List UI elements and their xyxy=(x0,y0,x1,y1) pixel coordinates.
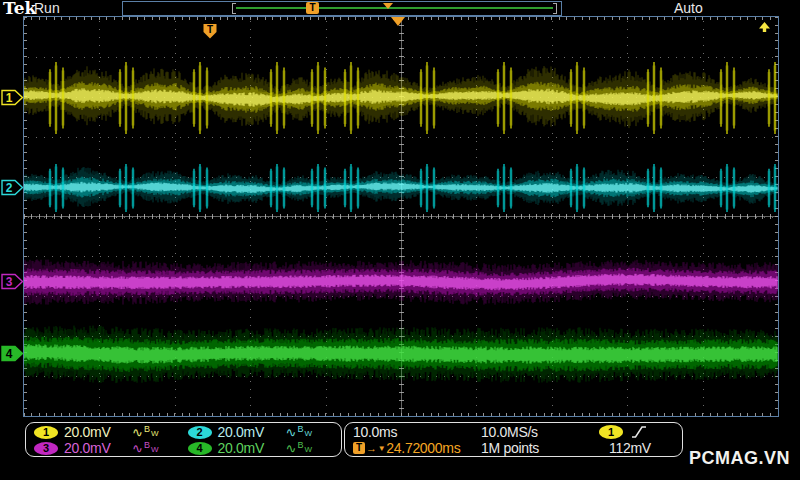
channel-2-position-marker[interactable]: 2 xyxy=(1,179,24,196)
trigger-point-flag-icon[interactable]: T xyxy=(202,23,218,40)
channel-1-position-marker[interactable]: 1 xyxy=(1,89,24,106)
trigger-source-badge[interactable]: 1 xyxy=(599,425,623,439)
waveform-display-area[interactable]: T xyxy=(23,16,779,417)
bandwidth-limit-icon: B xyxy=(297,424,303,434)
channel-2-badge[interactable]: 2 xyxy=(188,426,212,439)
channel-3-readout[interactable]: 3 20.0mV ∿BW xyxy=(30,440,184,456)
trigger-mode-status[interactable]: Auto xyxy=(674,0,703,16)
channel-3-position-marker[interactable]: 3 xyxy=(1,273,24,290)
bandwidth-limit-icon-sub: W xyxy=(151,445,159,454)
svg-text:1: 1 xyxy=(6,91,13,105)
bandwidth-limit-icon: B xyxy=(297,440,303,450)
trigger-level[interactable]: 112mV xyxy=(599,440,680,456)
svg-text:3: 3 xyxy=(6,275,13,289)
acquisition-status[interactable]: Run xyxy=(34,0,60,16)
trigger-delay-cell[interactable]: T→▼24.72000ms xyxy=(353,440,481,456)
trigger-source-cell[interactable]: 1 xyxy=(599,425,680,439)
delay-trigger-icon: T xyxy=(353,442,365,454)
svg-text:4: 4 xyxy=(6,347,13,361)
ac-coupling-icon: ∿ xyxy=(132,441,143,456)
pcmag-watermark: PCMAG.VN xyxy=(689,448,790,469)
svg-text:2: 2 xyxy=(6,181,13,195)
channel-3-badge[interactable]: 3 xyxy=(34,442,58,455)
record-waveform-line xyxy=(236,7,553,9)
trigger-position-arrow-icon[interactable] xyxy=(391,17,405,26)
delay-triangle-icon: ▼ xyxy=(378,444,386,453)
channel-1-readout[interactable]: 1 20.0mV ∿BW xyxy=(30,424,184,440)
waveform-canvas xyxy=(24,17,778,416)
rising-edge-slope-icon xyxy=(631,425,647,439)
channel-readout-box[interactable]: 1 20.0mV ∿BW 2 20.0mV ∿BW 3 20.0mV ∿BW 4… xyxy=(25,422,342,457)
channel-4-readout[interactable]: 4 20.0mV ∿BW xyxy=(184,440,338,456)
channel-1-badge[interactable]: 1 xyxy=(34,426,58,439)
record-trigger-marker-icon[interactable]: T xyxy=(306,2,319,14)
delay-arrow-icon: → xyxy=(366,442,377,454)
oscilloscope-screen: Tek Run T Auto T 1 2 3 4 1 20.0mV xyxy=(0,0,800,480)
horizontal-scale[interactable]: 10.0ms xyxy=(353,424,481,440)
trigger-level-clamped-arrow-icon[interactable] xyxy=(758,18,771,36)
channel-4-coupling-icons: ∿BW xyxy=(286,441,312,456)
channel-4-badge[interactable]: 4 xyxy=(188,442,212,455)
channel-2-scale: 20.0mV xyxy=(218,424,280,440)
bandwidth-limit-icon-sub: W xyxy=(151,429,159,438)
record-view-bar[interactable]: T xyxy=(122,1,562,16)
ac-coupling-icon: ∿ xyxy=(286,441,297,456)
channel-1-coupling-icons: ∿BW xyxy=(132,425,158,440)
record-center-marker-icon xyxy=(383,3,393,9)
ac-coupling-icon: ∿ xyxy=(286,425,297,440)
channel-3-coupling-icons: ∿BW xyxy=(132,441,158,456)
channel-1-scale: 20.0mV xyxy=(64,424,126,440)
bandwidth-limit-icon-sub: W xyxy=(304,445,312,454)
channel-3-scale: 20.0mV xyxy=(64,440,126,456)
bandwidth-limit-icon: B xyxy=(144,440,150,450)
ac-coupling-icon: ∿ xyxy=(132,425,143,440)
bandwidth-limit-icon: B xyxy=(144,424,150,434)
record-window-right-bracket xyxy=(553,3,557,14)
channel-4-position-marker[interactable]: 4 xyxy=(1,345,24,362)
channel-2-readout[interactable]: 2 20.0mV ∿BW xyxy=(184,424,338,440)
channel-4-scale: 20.0mV xyxy=(218,440,280,456)
sample-rate: 10.0MS/s xyxy=(481,424,599,440)
bandwidth-limit-icon-sub: W xyxy=(304,429,312,438)
trigger-delay-value: 24.72000ms xyxy=(386,440,460,456)
horizontal-trigger-readout-box[interactable]: 10.0ms 10.0MS/s 1 T→▼24.72000ms 1M point… xyxy=(344,422,683,457)
channel-2-coupling-icons: ∿BW xyxy=(286,425,312,440)
record-length: 1M points xyxy=(481,440,599,456)
